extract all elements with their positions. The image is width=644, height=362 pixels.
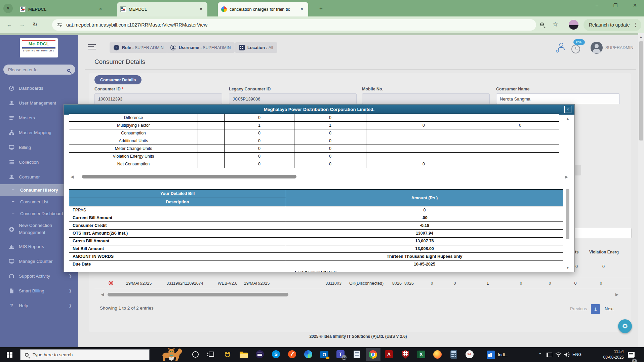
taskbar-search-input[interactable] — [20, 349, 150, 360]
window-minimize-button[interactable]: – — [589, 0, 605, 11]
tab-close-icon[interactable]: × — [97, 6, 104, 12]
meter-cell — [481, 160, 559, 168]
modal-vertical-scrollbar[interactable]: ▲ ▼ — [566, 117, 570, 270]
teams-taskbar-icon[interactable]: T12 — [333, 348, 348, 361]
legacy-consumer-id-input[interactable] — [229, 93, 357, 104]
bill-amount: Thirteen Thousand Eight Rupees only — [286, 253, 563, 260]
scroll-up-icon[interactable]: ▲ — [639, 35, 643, 39]
back-icon[interactable]: ← — [5, 20, 14, 30]
calculator-taskbar-icon[interactable] — [446, 348, 461, 361]
language-indicator[interactable]: ENG — [572, 347, 581, 362]
dash-icon: − — [10, 199, 16, 205]
reload-icon[interactable]: ↻ — [30, 20, 40, 30]
role-value: SUPER ADMIN — [135, 45, 164, 50]
modal-close-icon[interactable]: × — [564, 106, 571, 113]
consumer-id-input[interactable] — [94, 93, 222, 104]
pagination-page-1[interactable]: 1 — [591, 304, 600, 314]
meter-cell — [198, 145, 225, 153]
tray-tablet-icon[interactable] — [547, 347, 552, 362]
hamburger-menu-icon[interactable] — [88, 44, 96, 51]
browser-tab-3[interactable]: cancelation charges for train tic × — [218, 2, 308, 16]
window-maximize-button[interactable]: ❐ — [608, 0, 623, 11]
switch-user-icon[interactable]: ↺ — [556, 42, 568, 53]
scroll-left-icon[interactable]: ◀ — [71, 174, 74, 179]
zoom-icon[interactable] — [538, 21, 546, 28]
tray-clock[interactable]: 11:54 08-08-2025 — [588, 347, 624, 362]
tab-close-icon[interactable]: × — [299, 6, 305, 12]
scroll-right-icon[interactable]: ▶ — [615, 292, 618, 297]
chevron-right-icon: ❯ — [69, 288, 72, 293]
scroll-up-icon[interactable]: ▲ — [566, 117, 569, 120]
scrollbar-thumb[interactable] — [108, 293, 288, 296]
consumer-details-tab[interactable]: Consumer Details — [94, 75, 142, 84]
user-avatar[interactable] — [591, 42, 603, 54]
skype-taskbar-icon[interactable]: S — [269, 348, 284, 361]
task-view-taskbar-icon[interactable] — [204, 348, 219, 361]
page-vertical-scrollbar[interactable]: ▲ — [638, 33, 644, 347]
pagination-next[interactable]: Next — [605, 306, 614, 311]
scrollbar-thumb[interactable] — [566, 189, 569, 239]
paw-taskbar-icon[interactable] — [220, 348, 235, 361]
settings-fab-gear-icon[interactable]: ⚙ — [618, 319, 632, 333]
forward-icon[interactable]: → — [17, 20, 27, 30]
notification-center-icon[interactable]: 8 — [628, 347, 635, 362]
bill-amount-header: Amount (Rs.) — [286, 190, 563, 206]
chrome-taskbar-icon[interactable] — [366, 348, 380, 361]
consumer-name-input[interactable] — [496, 93, 620, 104]
scrollbar-thumb[interactable] — [639, 41, 643, 140]
browser-tab-1[interactable]: MEPDCL × — [16, 2, 107, 16]
meter-cell: 1 — [294, 122, 366, 129]
site-info-icon[interactable] — [57, 23, 62, 27]
url-text[interactable]: uat.mepdcl.trm.ieasybill.com:1027/RRMast… — [66, 22, 207, 28]
acrobat-taskbar-icon[interactable]: A — [382, 348, 397, 361]
file-explorer-taskbar-icon[interactable] — [237, 348, 251, 361]
notepad-taskbar-icon[interactable] — [350, 348, 364, 361]
cortana-taskbar-icon[interactable] — [188, 348, 203, 361]
pen-app-taskbar-icon[interactable] — [285, 348, 300, 361]
browser-profile-avatar[interactable] — [569, 20, 578, 30]
news-widget[interactable]: Indi... — [487, 348, 509, 361]
firefox-taskbar-icon[interactable] — [430, 348, 445, 361]
username-value: SUPERADMIN — [203, 45, 231, 50]
username-chip: Username : SUPERADMIN — [166, 42, 235, 53]
snipping-taskbar-icon[interactable]: ✂ — [462, 348, 477, 361]
history-clock-icon[interactable] — [571, 45, 580, 53]
meter-table-row: Difference00 — [69, 114, 559, 122]
scroll-down-icon[interactable]: ▼ — [566, 266, 569, 270]
bookmark-star-icon[interactable]: ☆ — [552, 21, 559, 28]
mobile-no--input[interactable] — [362, 93, 490, 104]
new-tab-button[interactable]: + — [317, 5, 325, 13]
window-close-button[interactable]: ✕ — [627, 0, 643, 11]
sidebar-item-smart-billing[interactable]: Smart Billing❯ — [0, 283, 78, 298]
history-cell: 0 — [600, 281, 602, 286]
outlook-taskbar-icon[interactable]: O — [317, 348, 332, 361]
scrollbar-thumb[interactable] — [82, 175, 296, 178]
meter-cell: 0 — [294, 129, 366, 137]
url-bar[interactable]: uat.mepdcl.trm.ieasybill.com:1027/RRMast… — [52, 19, 536, 31]
tab-close-icon[interactable]: × — [198, 6, 204, 12]
bolt-icon: ϟ — [114, 45, 119, 50]
sidebar-search-input[interactable] — [3, 65, 75, 75]
google-favicon — [221, 6, 227, 12]
speaker-icon[interactable] — [564, 347, 570, 362]
pagination-previous[interactable]: Previous — [570, 306, 587, 311]
sidebar-item-dashboards[interactable]: Dashboards — [0, 81, 78, 95]
excel-taskbar-icon[interactable]: X — [414, 348, 429, 361]
scroll-left-icon[interactable]: ◀ — [101, 292, 104, 297]
wifi-icon[interactable] — [555, 347, 562, 362]
relaunch-button[interactable]: Relaunch to update ⋮ — [583, 19, 641, 31]
modal-horizontal-scrollbar[interactable]: ◀ ▶ — [71, 174, 568, 179]
edge-taskbar-icon[interactable] — [301, 348, 316, 361]
shield-taskbar-icon[interactable] — [398, 348, 413, 361]
browser-tab-2-active[interactable]: MEPDCL × — [117, 2, 207, 16]
chrome-menu-icon[interactable]: ⋮ — [633, 22, 638, 28]
view-eye-icon[interactable] — [109, 281, 113, 285]
background-input-peek[interactable] — [570, 228, 632, 238]
eclipse-taskbar-icon[interactable] — [253, 348, 268, 361]
start-button-icon[interactable] — [7, 352, 12, 358]
tab-search-chevron-icon[interactable]: ∨ — [3, 4, 13, 13]
tray-chevron-up-icon[interactable]: ⌃ — [538, 347, 542, 362]
horizontal-scrollbar[interactable]: ◀ ▶ — [101, 292, 618, 297]
sidebar-item-help[interactable]: ?Help❯ — [0, 298, 78, 313]
sidebar-item-label: Manage Counter — [19, 259, 53, 264]
